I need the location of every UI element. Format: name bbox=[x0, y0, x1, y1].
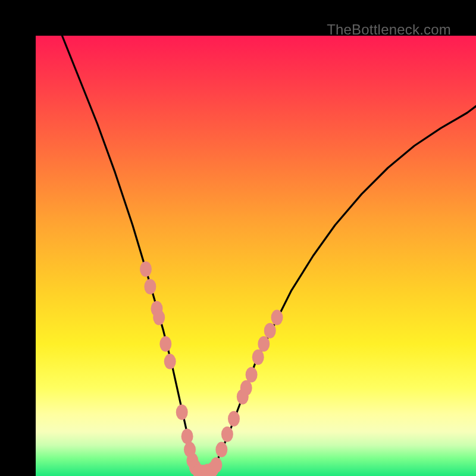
bottleneck-curve bbox=[62, 36, 476, 474]
marker-dot bbox=[159, 336, 171, 352]
marker-dot bbox=[246, 367, 258, 383]
marker-dot bbox=[240, 380, 252, 396]
marker-dot bbox=[252, 349, 264, 365]
watermark-text: TheBottleneck.com bbox=[327, 21, 451, 38]
marker-dot bbox=[271, 310, 283, 325]
marker-dot bbox=[258, 336, 270, 352]
marker-dot bbox=[140, 261, 152, 277]
marker-dot bbox=[181, 428, 193, 444]
marker-dot bbox=[228, 411, 240, 427]
marker-dot bbox=[264, 323, 276, 339]
marker-dot bbox=[164, 354, 176, 369]
marker-dot bbox=[221, 427, 233, 442]
chart-frame: TheBottleneck.com bbox=[0, 0, 476, 476]
marker-dot bbox=[176, 405, 188, 420]
curve-layer bbox=[36, 36, 476, 476]
plot-area bbox=[36, 36, 476, 476]
marker-dot bbox=[144, 279, 156, 295]
marker-dot bbox=[153, 310, 165, 325]
curve-line bbox=[62, 36, 476, 474]
marker-dot bbox=[210, 458, 222, 473]
marker-dot bbox=[215, 442, 227, 458]
marker-dots bbox=[140, 261, 283, 476]
